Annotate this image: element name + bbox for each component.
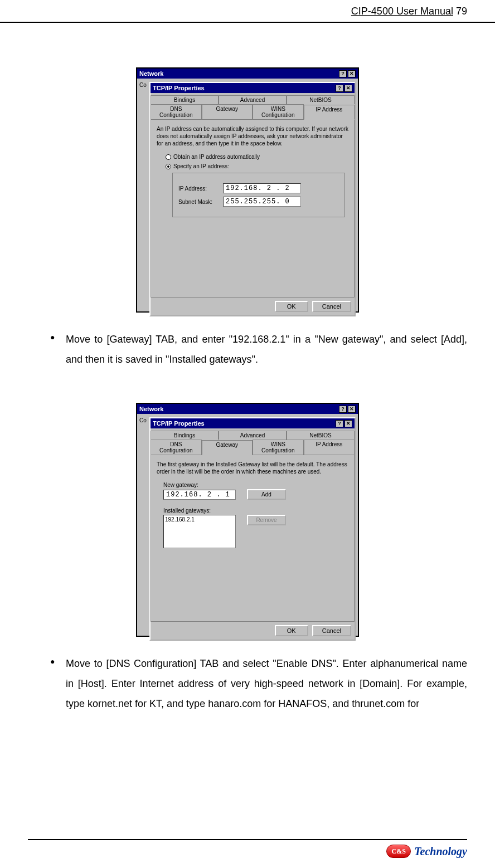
gateway-tab-body: The first gateway in the Installed Gatew… (151, 455, 355, 622)
new-gateway-input[interactable]: 192.168. 2 . 1 (163, 490, 236, 500)
tab-wins[interactable]: WINS Configuration (253, 104, 304, 119)
close-icon[interactable]: ✕ (344, 85, 352, 92)
tcpip-dialog-2: TCP/IP Properties ? ✕ Bindings Advanced … (149, 417, 356, 641)
page-number: 79 (456, 6, 467, 17)
tab-dns[interactable]: DNS Configuration (151, 104, 202, 119)
page-header: CIP-4500 User Manual 79 (0, 0, 495, 23)
ip-fields-box: IP Address: 192.168. 2 . 2 Subnet Mask: … (172, 173, 345, 217)
ok-button[interactable]: OK (275, 301, 308, 312)
tcpip-dialog: TCP/IP Properties ? ✕ Bindings Advanced … (149, 82, 356, 316)
network-dialog-outer-2: Network ? ✕ Co TCP/IP Properties ? ✕ (136, 403, 359, 637)
tab-gateway[interactable]: Gateway (202, 104, 253, 119)
logo-text: Technology (414, 845, 467, 858)
tab-wins-2[interactable]: WINS Configuration (253, 440, 304, 455)
close-icon[interactable]: ✕ (344, 420, 352, 427)
tab-ipaddress[interactable]: IP Address (304, 105, 355, 120)
subnet-mask-input[interactable]: 255.255.255. 0 (223, 197, 301, 207)
installed-gateways-list[interactable]: 192.168.2.1 (163, 515, 236, 548)
remove-button[interactable]: Remove (247, 515, 286, 525)
radio-spec-label: Specify an IP address: (173, 163, 229, 169)
close-icon[interactable]: ✕ (348, 70, 356, 77)
help-icon[interactable]: ? (339, 70, 347, 77)
tab-advanced-2[interactable]: Advanced (219, 431, 287, 440)
logo-badge: C&S (386, 845, 411, 858)
inner-titlebar-2: TCP/IP Properties ? ✕ (151, 418, 355, 428)
tab-strip-2: Bindings Advanced NetBIOS DNS Configurat… (151, 428, 355, 455)
brand-logo: C&S Technology (386, 845, 467, 858)
tab-netbios-2[interactable]: NetBIOS (287, 431, 355, 440)
tab-strip: Bindings Advanced NetBIOS DNS Configurat… (151, 93, 355, 119)
radio-auto[interactable]: Obtain an IP address automatically (166, 154, 348, 160)
tab-ipaddress-2[interactable]: IP Address (304, 440, 355, 455)
bullet-gateway: Move to [Gateway] TAB, and enter "192.16… (50, 329, 467, 369)
ip-help-text: An IP address can be automatically assig… (157, 125, 348, 147)
page-footer: C&S Technology (28, 839, 467, 858)
ip-tab-body: An IP address can be automatically assig… (151, 119, 355, 298)
inner-titlebar: TCP/IP Properties ? ✕ (151, 83, 355, 93)
close-icon[interactable]: ✕ (348, 406, 356, 413)
radio-specify[interactable]: Specify an IP address: (166, 163, 348, 169)
inner-title-2: TCP/IP Properties (153, 420, 205, 427)
help-icon[interactable]: ? (336, 420, 343, 427)
instruction-list-1: Move to [Gateway] TAB, and enter "192.16… (50, 329, 467, 369)
ok-button-2[interactable]: OK (275, 625, 308, 636)
add-button[interactable]: Add (247, 489, 286, 500)
manual-title: CIP-4500 User Manual (351, 6, 453, 17)
ip-label: IP Address: (178, 186, 223, 192)
radio-auto-label: Obtain an IP address automatically (173, 154, 260, 160)
radio-icon (166, 154, 171, 160)
cancel-button[interactable]: Cancel (312, 301, 351, 312)
help-icon[interactable]: ? (336, 85, 343, 92)
tab-bindings[interactable]: Bindings (151, 95, 219, 104)
tab-dns-2[interactable]: DNS Configuration (151, 440, 202, 455)
mask-label: Subnet Mask: (178, 199, 223, 205)
outer-title: Network (139, 70, 163, 77)
network-dialog-outer: Network ? ✕ Co TCP/IP Properties ? ✕ (136, 67, 359, 313)
tab-advanced[interactable]: Advanced (219, 95, 287, 104)
cancel-button-2[interactable]: Cancel (312, 625, 351, 636)
installed-gateways-label: Installed gateways: (163, 508, 348, 514)
bullet-dns: Move to [DNS Configuration] TAB and sele… (50, 654, 467, 714)
outer-titlebar-2: Network ? ✕ (137, 404, 358, 414)
installed-gateway-item[interactable]: 192.168.2.1 (165, 516, 234, 523)
outer-title-2: Network (139, 406, 163, 412)
ip-address-input[interactable]: 192.168. 2 . 2 (223, 183, 301, 193)
dialog-buttons-2: OK Cancel (151, 622, 355, 640)
help-icon[interactable]: ? (339, 406, 347, 413)
inner-title: TCP/IP Properties (153, 85, 205, 91)
radio-icon (166, 164, 171, 169)
dialog-buttons: OK Cancel (151, 298, 355, 315)
outer-titlebar: Network ? ✕ (137, 69, 358, 79)
instruction-list-2: Move to [DNS Configuration] TAB and sele… (50, 654, 467, 714)
tab-bindings-2[interactable]: Bindings (151, 431, 219, 440)
gateway-help-text: The first gateway in the Installed Gatew… (157, 461, 348, 475)
tab-gateway-2[interactable]: Gateway (202, 440, 253, 455)
new-gateway-label: New gateway: (163, 482, 348, 488)
tab-netbios[interactable]: NetBIOS (287, 95, 355, 104)
